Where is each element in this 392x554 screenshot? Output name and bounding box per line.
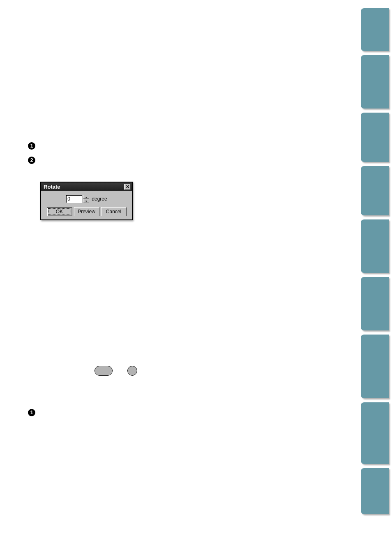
dialog-titlebar: Rotate ✕	[41, 182, 132, 191]
spinner-up-button[interactable]: ▴	[83, 195, 89, 199]
dialog-title: Rotate	[44, 184, 60, 190]
cancel-button[interactable]: Cancel	[101, 207, 127, 216]
side-tab[interactable]	[361, 166, 389, 215]
step-bullet-2: 2	[28, 157, 35, 164]
step-bullet-1: 1	[28, 142, 35, 150]
pill-shape-circle	[127, 366, 137, 376]
spinner-down-button[interactable]: ▾	[83, 199, 89, 203]
chevron-down-icon: ▾	[85, 200, 87, 203]
side-tabs	[361, 8, 389, 514]
side-tab[interactable]	[361, 277, 389, 330]
degree-label: degree	[92, 196, 107, 202]
rotate-dialog: Rotate ✕ 0 ▴ ▾ degree OK Preview Cancel	[40, 182, 133, 220]
side-tab[interactable]	[361, 335, 389, 398]
degree-value: 0	[67, 196, 70, 202]
close-button[interactable]: ✕	[124, 184, 131, 190]
side-tab[interactable]	[361, 8, 389, 51]
shape-group	[95, 366, 137, 376]
side-tab[interactable]	[361, 55, 389, 108]
close-icon: ✕	[126, 185, 129, 189]
chevron-up-icon: ▴	[85, 196, 87, 199]
side-tab[interactable]	[361, 219, 389, 273]
side-tab[interactable]	[361, 468, 389, 514]
side-tab[interactable]	[361, 113, 389, 162]
degree-input[interactable]: 0	[66, 195, 82, 203]
dialog-body: 0 ▴ ▾ degree OK Preview Cancel	[41, 191, 132, 219]
pill-shape-wide	[95, 366, 113, 376]
dialog-button-row: OK Preview Cancel	[44, 207, 129, 216]
step-bullet-1b: 1	[28, 409, 35, 416]
degree-spinner: ▴ ▾	[83, 195, 89, 203]
preview-button[interactable]: Preview	[74, 207, 99, 216]
side-tab[interactable]	[361, 402, 389, 464]
degree-row: 0 ▴ ▾ degree	[44, 195, 129, 203]
ok-button[interactable]: OK	[47, 207, 72, 216]
